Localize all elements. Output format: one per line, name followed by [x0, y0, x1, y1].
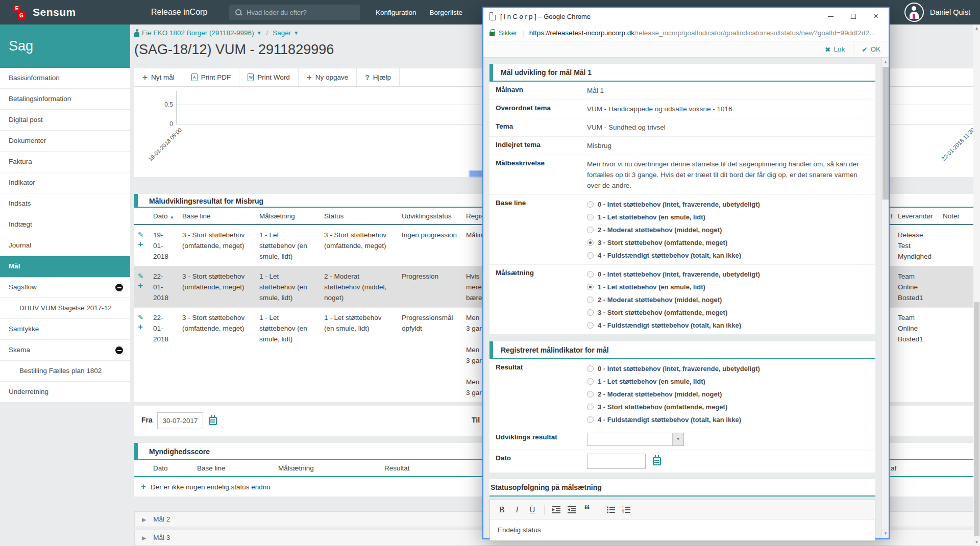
radio-option[interactable]: 1 - Let støttebehov (en smule, lidt) — [587, 376, 869, 387]
scrollbar-thumb[interactable] — [974, 302, 979, 536]
radio-option[interactable]: 0 - Intet støttebehov (intet, fraværende… — [587, 269, 869, 280]
dato-input[interactable] — [587, 454, 646, 469]
user-avatar[interactable] — [904, 3, 924, 22]
popup-scrollbar[interactable]: ▲ ▼ — [881, 58, 889, 538]
outdent-icon[interactable] — [550, 503, 563, 516]
sidebar-item-skema[interactable]: Skema — [0, 340, 130, 361]
radio-icon[interactable] — [587, 227, 594, 233]
indent-icon[interactable] — [565, 503, 578, 516]
sidebar-item-indtaegt[interactable]: Indtægt — [0, 214, 130, 235]
print-pdf-button[interactable]: A Print PDF — [183, 68, 240, 86]
radio-option[interactable]: 1 - Let støttebehov (en smule, lidt) — [587, 282, 869, 292]
radio-option[interactable]: 2 - Moderat støttebehov (middel, noget) — [587, 225, 869, 235]
scroll-up-icon[interactable]: ▲ — [973, 24, 980, 32]
breadcrumb-citizen[interactable]: Fie FKO 1802 Borger (291182-9996) — [142, 29, 254, 37]
edit-pencil-icon[interactable]: ✎ — [138, 312, 147, 322]
radio-icon[interactable] — [587, 284, 594, 290]
page-scrollbar[interactable]: ▲ ▼ — [973, 24, 980, 546]
numbered-list-icon[interactable]: 123 — [620, 503, 633, 516]
chevron-down-icon[interactable]: ▼ — [293, 30, 299, 36]
chevron-down-icon[interactable]: ▼ — [257, 30, 262, 36]
bullet-list-icon[interactable] — [604, 503, 618, 516]
calendar-icon[interactable] — [653, 457, 661, 465]
radio-option[interactable]: 4 - Fuldstændigt støttebehov (totalt, ka… — [587, 414, 869, 425]
scroll-down-icon[interactable]: ▼ — [882, 530, 889, 537]
radio-icon[interactable] — [587, 271, 594, 278]
sidebar-item-underretning[interactable]: Underretning — [0, 382, 130, 403]
ok-button[interactable]: ✔ OK — [853, 41, 889, 57]
radio-option[interactable]: 0 - Intet støttebehov (intet, fraværende… — [587, 363, 869, 374]
close-icon[interactable]: × — [873, 14, 878, 19]
help-button[interactable]: ? Hjælp — [357, 68, 400, 86]
radio-icon[interactable] — [587, 378, 594, 385]
radio-icon[interactable] — [587, 322, 594, 329]
sidebar-item-indikator[interactable]: Indikator — [0, 172, 130, 193]
scrollbar-thumb[interactable] — [883, 67, 889, 200]
calendar-icon[interactable] — [209, 417, 217, 425]
nav-borgerliste[interactable]: Borgerliste — [430, 9, 463, 16]
radio-icon[interactable] — [587, 201, 594, 208]
sidebar-item-bestilling-faelles-plan[interactable]: Bestilling Fælles plan 1802 — [0, 361, 130, 382]
radio-icon[interactable] — [587, 391, 594, 398]
sidebar-item-dokumenter[interactable]: Dokumenter — [0, 131, 130, 152]
radio-option[interactable]: 0 - Intet støttebehov (intet, fraværende… — [587, 199, 869, 210]
user-name[interactable]: Daniel Quist — [930, 8, 970, 16]
focused-scroll-handle[interactable] — [469, 170, 483, 178]
new-task-button[interactable]: + Ny opgave — [299, 68, 357, 86]
radio-option[interactable]: 3 - Stort støttebehov (omfattende, meget… — [587, 307, 869, 318]
add-plus-icon[interactable]: + — [138, 240, 147, 249]
radio-icon[interactable] — [587, 416, 594, 423]
scroll-up-icon[interactable]: ▲ — [882, 59, 889, 66]
sidebar-item-indsats[interactable]: Indsats — [0, 193, 130, 214]
underline-icon[interactable]: U — [526, 503, 539, 516]
scroll-down-icon[interactable]: ▼ — [973, 538, 980, 546]
radio-option[interactable]: 1 - Let støttebehov (en smule, lidt) — [587, 212, 869, 222]
popup-address-bar[interactable]: Sikker | https://releasetest-incorp.inco… — [483, 25, 889, 41]
editor-content[interactable]: Endelig status — [490, 519, 875, 540]
maximize-icon[interactable] — [851, 14, 856, 19]
radio-icon[interactable] — [587, 252, 594, 259]
radio-option[interactable]: 4 - Fuldstændigt støttebehov (totalt, ka… — [587, 250, 869, 261]
radio-icon[interactable] — [587, 309, 594, 316]
nav-konfiguration[interactable]: Konfiguration — [376, 9, 416, 16]
add-plus-icon[interactable]: + — [138, 281, 147, 290]
radio-option[interactable]: 2 - Moderat støttebehov (middel, noget) — [587, 389, 869, 400]
sidebar-item-betalingsinformation[interactable]: Betalingsinformation — [0, 89, 130, 110]
blockquote-icon[interactable]: “ — [580, 503, 594, 516]
popup-title-bar[interactable]: [ i n C o r p ] – Google Chrome × — [483, 8, 889, 25]
radio-icon[interactable] — [587, 296, 594, 303]
sidebar-item-journal[interactable]: Journal — [0, 235, 130, 256]
search-input[interactable] — [247, 9, 349, 16]
collapse-minus-icon[interactable] — [115, 284, 123, 291]
radio-icon[interactable] — [587, 404, 594, 410]
radio-icon[interactable] — [587, 239, 594, 246]
radio-option[interactable]: 2 - Moderat støttebehov (middel, noget) — [587, 294, 869, 305]
bold-icon[interactable]: B — [495, 503, 508, 516]
sidebar-item-sagsflow[interactable]: Sagsflow — [0, 277, 130, 298]
global-search[interactable] — [229, 5, 360, 20]
sidebar-item-dhuv-vum-slagelse[interactable]: DHUV VUM Slagelse 2017-12 — [0, 298, 130, 319]
sidebar-item-digital-post[interactable]: Digital post — [0, 110, 130, 131]
add-plus-icon[interactable]: + — [141, 482, 146, 491]
col-dato[interactable]: Dato▲ — [153, 208, 182, 225]
minimize-icon[interactable] — [828, 16, 834, 17]
print-word-button[interactable]: W Print Word — [239, 68, 299, 86]
new-goal-button[interactable]: + Nyt mål — [134, 68, 183, 86]
sidebar-item-maal[interactable]: Mål — [0, 256, 130, 277]
sidebar-item-basisinformation[interactable]: Basisinformation — [0, 68, 130, 89]
radio-option[interactable]: 4 - Fuldstændigt støttebehov (totalt, ka… — [587, 320, 869, 331]
fra-date-input[interactable] — [157, 412, 203, 429]
radio-option[interactable]: 3 - Stort støttebehov (omfattende, meget… — [587, 402, 869, 412]
luk-button[interactable]: ✖ Luk — [817, 41, 853, 57]
sidebar-item-faktura[interactable]: Faktura — [0, 152, 130, 172]
add-plus-icon[interactable]: + — [138, 322, 147, 332]
breadcrumb-sager[interactable]: Sager — [273, 29, 291, 37]
italic-icon[interactable]: I — [510, 503, 524, 516]
radio-icon[interactable] — [587, 365, 594, 372]
edit-pencil-icon[interactable]: ✎ — [138, 230, 147, 240]
radio-icon[interactable] — [587, 214, 594, 220]
collapse-minus-icon[interactable] — [115, 346, 123, 354]
sidebar-item-samtykke[interactable]: Samtykke — [0, 319, 130, 340]
edit-pencil-icon[interactable]: ✎ — [138, 271, 147, 281]
radio-option[interactable]: 3 - Stort støttebehov (omfattende, meget… — [587, 237, 869, 248]
